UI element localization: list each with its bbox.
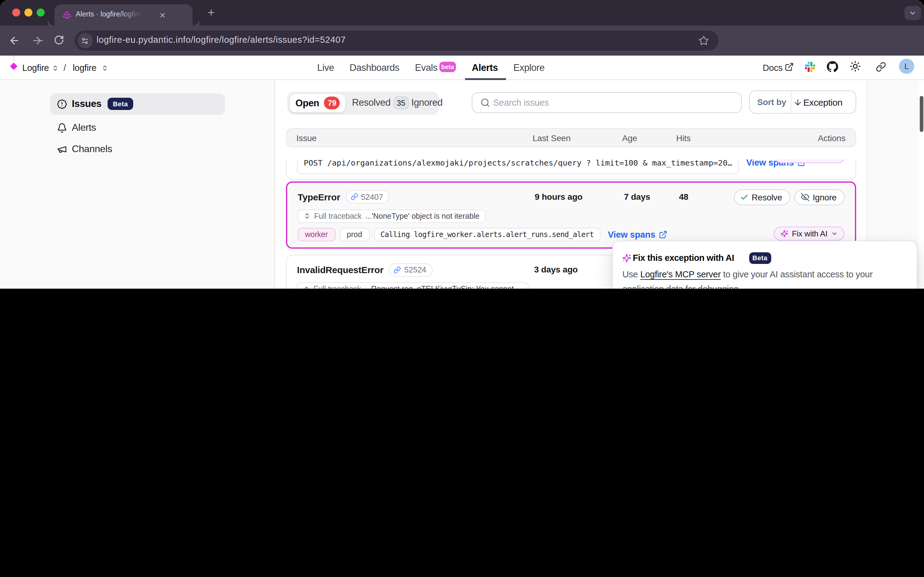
hits-value: 48: [679, 192, 689, 201]
span-code-chip[interactable]: Calling logfire_worker.alerts.alert_runs…: [374, 228, 600, 241]
issue-title-row: TypeError 52407: [298, 190, 389, 204]
issue-row-typeerror[interactable]: TypeError 52407 9 hours ago 7 days 48 Re…: [286, 181, 856, 248]
tab-open[interactable]: Open 79: [290, 94, 345, 112]
docs-link[interactable]: Docs: [763, 63, 782, 73]
sort-value[interactable]: Exception: [803, 97, 842, 107]
traceback-chip[interactable]: Full traceback ...'NoneType' object is n…: [298, 209, 485, 223]
popover-title: Fix this exception with AI: [633, 253, 734, 263]
search-input[interactable]: Search issues: [472, 92, 742, 113]
sidebar: Issues Beta Alerts Channels: [0, 80, 275, 288]
table-header: Issue Last Seen Age Hits Actions: [286, 128, 856, 147]
slack-icon[interactable]: [805, 61, 815, 72]
forward-icon[interactable]: [31, 35, 43, 47]
nav-dashboards[interactable]: Dashboards: [350, 62, 399, 73]
popover-intro: Use Logfire's MCP server to give your AI…: [622, 267, 903, 288]
scrollbar-thumb[interactable]: [919, 96, 923, 132]
tab-open-label: Open: [295, 97, 319, 108]
issue-tags-row: worker prod Calling logfire_worker.alert…: [298, 228, 668, 241]
issue-id-chip[interactable]: 52407: [345, 190, 389, 203]
tag-worker[interactable]: worker: [298, 228, 335, 241]
search-placeholder: Search issues: [493, 97, 549, 107]
browser-tab[interactable]: Alerts · logfire/logfire · Pydant: [55, 4, 192, 26]
age-value: 7 days: [624, 192, 650, 201]
column-age: Age: [622, 133, 637, 143]
nav-evals[interactable]: Evals: [415, 62, 437, 73]
column-hits: Hits: [676, 133, 690, 143]
fix-with-ai-button[interactable]: Fix with AI: [774, 160, 845, 163]
sidebar-item-issues[interactable]: Issues Beta: [50, 93, 225, 114]
external-link-icon: [659, 230, 668, 239]
sort-direction-icon[interactable]: [793, 97, 802, 106]
badge-alert-icon: [56, 99, 67, 109]
logfire-favicon: [62, 10, 71, 19]
tab-ignored[interactable]: Ignored: [411, 97, 442, 108]
issue-title: InvalidRequestError: [297, 264, 384, 275]
minimize-window-button[interactable]: [24, 8, 32, 16]
browser-tab-strip: Alerts · logfire/logfire · Pydant: [0, 0, 924, 26]
sort-divider: [790, 91, 791, 113]
traceback-label: Full traceback: [313, 285, 361, 288]
issues-beta-badge: Beta: [108, 98, 133, 110]
chain-link-icon: [350, 193, 358, 200]
toolbar-chevron-button[interactable]: [905, 6, 921, 20]
view-spans-link[interactable]: View spans: [608, 230, 667, 240]
avatar[interactable]: L: [899, 59, 914, 74]
issue-id-chip[interactable]: 52524: [389, 263, 432, 276]
project-selector-icon[interactable]: [102, 64, 108, 72]
last-seen-value: 3 days ago: [534, 264, 578, 274]
tab-title-fade: [119, 8, 157, 23]
ignore-button[interactable]: Ignore: [795, 189, 845, 205]
logfire-logo[interactable]: [10, 62, 18, 70]
org-selector-icon[interactable]: [52, 64, 59, 72]
site-settings-button[interactable]: [77, 33, 93, 48]
new-tab-icon[interactable]: [206, 8, 216, 17]
popover-beta-badge: Beta: [749, 252, 771, 264]
mcp-server-link[interactable]: Logfire's MCP server: [640, 269, 721, 279]
nav-alerts-active-underline: [465, 78, 506, 80]
megaphone-icon: [56, 144, 67, 154]
sort-control[interactable]: Sort by Exception: [749, 90, 856, 113]
traceback-chip[interactable]: Full traceback ...Request req_oTELKiyyrT…: [297, 282, 528, 288]
breadcrumb-org[interactable]: Logfire: [22, 63, 49, 73]
browser-toolbar: logfire-eu.pydantic.info/logfire/logfire…: [0, 26, 924, 56]
resolve-button[interactable]: Resolve: [734, 189, 790, 205]
traceback-message: ...'NoneType' object is not iterable: [366, 212, 480, 220]
ignore-label: Ignore: [813, 192, 837, 202]
back-icon[interactable]: [8, 35, 20, 47]
nav-explore[interactable]: Explore: [513, 62, 545, 73]
sidebar-item-label: Channels: [72, 143, 112, 155]
theme-sun-icon[interactable]: [850, 60, 861, 72]
sidebar-item-label: Issues: [72, 98, 102, 110]
column-actions: Actions: [818, 133, 845, 143]
sidebar-item-label: Alerts: [72, 122, 96, 133]
fix-with-ai-label: Fix with AI: [792, 229, 827, 238]
chevron-down-icon: [831, 230, 838, 237]
reload-icon[interactable]: [54, 35, 64, 45]
docs-external-icon[interactable]: [785, 62, 794, 71]
nav-live[interactable]: Live: [317, 62, 334, 73]
tab-resolved[interactable]: Resolved: [352, 97, 390, 108]
evals-beta-badge: beta: [439, 61, 456, 72]
address-bar[interactable]: logfire-eu.pydantic.info/logfire/logfire…: [74, 31, 719, 51]
issue-row-clipped[interactable]: POST /api/organizations/alexmojaki/proje…: [286, 160, 856, 179]
issue-id: 52524: [404, 265, 426, 274]
sidebar-item-alerts[interactable]: Alerts: [50, 117, 225, 139]
fix-with-ai-popover: Fix this exception with AI Beta Use Logf…: [612, 241, 917, 288]
sparkles-icon: [781, 160, 789, 160]
github-icon[interactable]: [827, 61, 838, 72]
traceback-message: ...Request req_oTELKiyyrTvSjn: You canno…: [365, 285, 522, 288]
fix-with-ai-button[interactable]: Fix with AI: [774, 226, 845, 241]
bookmark-star-icon[interactable]: [698, 35, 709, 46]
sort-by-label: Sort by: [757, 97, 786, 107]
traceback-label: Full traceback: [314, 212, 362, 220]
url-text[interactable]: logfire-eu.pydantic.info/logfire/logfire…: [97, 35, 346, 45]
tab-close-icon[interactable]: [159, 11, 166, 19]
share-link-icon[interactable]: [876, 61, 886, 72]
nav-alerts[interactable]: Alerts: [472, 62, 498, 73]
span-code-chip[interactable]: POST /api/organizations/alexmojaki/proje…: [297, 160, 739, 174]
sidebar-item-channels[interactable]: Channels: [50, 139, 225, 160]
zoom-window-button[interactable]: [37, 8, 44, 16]
breadcrumb-project[interactable]: logfire: [73, 63, 97, 73]
tag-prod[interactable]: prod: [339, 228, 369, 241]
close-window-button[interactable]: [12, 8, 20, 16]
